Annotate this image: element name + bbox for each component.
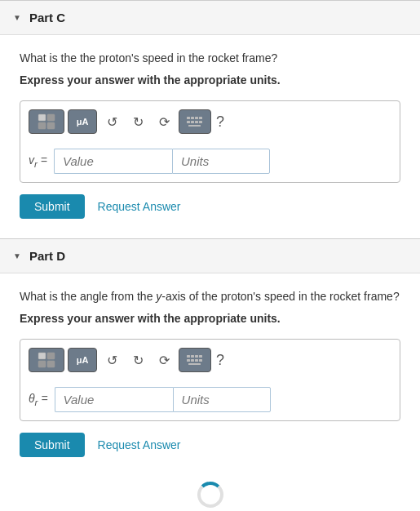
keyboard-btn-d[interactable] [179, 348, 211, 372]
svg-rect-14 [47, 353, 55, 359]
collapse-icon-d: ▼ [13, 251, 21, 260]
part-d-input-row: θr = [29, 387, 391, 412]
part-c-title: Part C [29, 11, 65, 24]
part-d-question-suffix: -axis of the proton's speed in the rocke… [161, 290, 399, 303]
part-d-submit-button[interactable]: Submit [20, 433, 85, 457]
part-c-input-row: vr = [29, 149, 391, 174]
part-d-answer-box: μA ↺ ↻ ⟳ [20, 339, 400, 421]
part-c-question: What is the the proton's speed in the ro… [20, 50, 400, 67]
svg-rect-5 [191, 117, 194, 119]
matrix-icon-d[interactable] [29, 348, 64, 372]
help-icon-c[interactable]: ? [216, 113, 224, 131]
svg-rect-3 [47, 122, 55, 129]
svg-rect-19 [195, 355, 198, 358]
part-d-actions: Submit Request Answer [20, 433, 400, 457]
svg-rect-8 [187, 121, 190, 123]
svg-rect-13 [38, 353, 46, 359]
svg-rect-4 [187, 117, 190, 119]
redo-btn-c[interactable]: ↻ [126, 110, 149, 133]
svg-rect-0 [38, 114, 46, 121]
mu-icon-d[interactable]: μA [68, 348, 97, 372]
part-c-instruction: Express your answer with the appropriate… [20, 72, 400, 89]
mu-icon-c[interactable]: μA [68, 109, 97, 134]
part-c-section: ▼ Part C What is the the proton's speed … [0, 0, 420, 235]
part-c-var-label: vr = [29, 153, 47, 169]
svg-rect-20 [199, 355, 202, 358]
part-c-request-link[interactable]: Request Answer [98, 200, 181, 213]
part-d-toolbar: μA ↺ ↻ ⟳ [29, 348, 391, 379]
svg-rect-21 [187, 359, 190, 362]
svg-rect-6 [195, 117, 198, 119]
part-d-question: What is the angle from the y-axis of the… [20, 288, 400, 305]
svg-rect-10 [195, 121, 198, 123]
svg-rect-12 [188, 125, 201, 127]
part-c-value-input[interactable] [54, 149, 172, 174]
undo-btn-d[interactable]: ↺ [100, 349, 123, 371]
svg-rect-23 [195, 359, 198, 362]
part-c-toolbar: μA ↺ ↻ ⟳ [29, 109, 391, 140]
refresh-btn-d[interactable]: ⟳ [153, 349, 175, 371]
part-c-actions: Submit Request Answer [20, 194, 400, 219]
svg-rect-22 [191, 359, 194, 362]
svg-rect-16 [47, 361, 55, 367]
part-d-value-input[interactable] [55, 387, 173, 412]
part-c-units-input[interactable] [172, 149, 270, 174]
undo-btn-c[interactable]: ↺ [100, 110, 123, 133]
svg-rect-18 [191, 355, 194, 358]
part-d-section: ▼ Part D What is the angle from the y-ax… [0, 238, 420, 473]
svg-rect-7 [199, 117, 202, 119]
part-d-instruction: Express your answer with the appropriate… [20, 310, 400, 327]
part-d-question-prefix: What is the angle from the [20, 290, 156, 303]
svg-rect-2 [38, 122, 46, 129]
part-c-answer-box: μA ↺ ↻ ⟳ [20, 100, 400, 183]
loading-spinner [197, 482, 223, 508]
svg-rect-9 [191, 121, 194, 123]
svg-rect-25 [188, 363, 201, 365]
spinner-container [0, 473, 420, 511]
part-d-request-link[interactable]: Request Answer [98, 438, 181, 451]
part-d-var-label: θr = [29, 392, 48, 407]
svg-rect-24 [199, 359, 202, 362]
part-d-units-input[interactable] [173, 387, 271, 412]
part-c-body: What is the the proton's speed in the ro… [0, 35, 420, 235]
svg-rect-17 [187, 355, 190, 358]
svg-rect-15 [38, 361, 46, 367]
refresh-btn-c[interactable]: ⟳ [153, 110, 175, 133]
svg-rect-11 [199, 121, 202, 123]
part-d-title: Part D [29, 249, 65, 263]
redo-btn-d[interactable]: ↻ [126, 349, 149, 371]
help-icon-d[interactable]: ? [216, 352, 224, 369]
part-c-header[interactable]: ▼ Part C [0, 1, 420, 35]
part-d-header[interactable]: ▼ Part D [0, 239, 420, 273]
part-d-body: What is the angle from the y-axis of the… [0, 273, 420, 473]
collapse-icon-c: ▼ [13, 13, 21, 22]
keyboard-btn-c[interactable] [179, 109, 211, 134]
svg-rect-1 [47, 114, 55, 121]
part-c-submit-button[interactable]: Submit [20, 194, 85, 219]
matrix-icon-c[interactable] [29, 109, 64, 134]
